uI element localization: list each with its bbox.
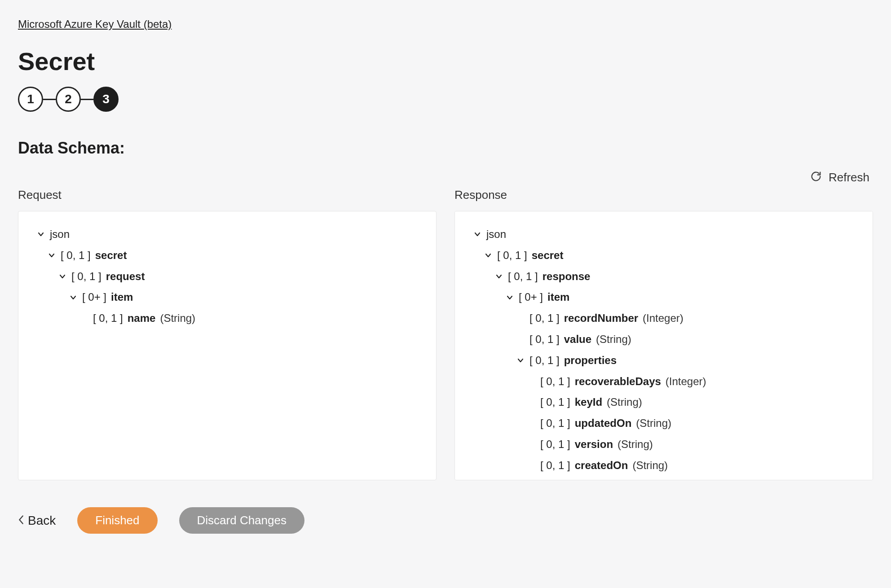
tree-node-cardinality: [ 0+ ] [82,287,106,308]
step-connector [81,99,93,100]
back-label: Back [28,513,56,528]
tree-node-type: (Integer) [643,308,684,329]
tree-node-cardinality: [ 0, 1 ] [61,245,91,266]
tree-row: [ 0, 1 ] value (String) [473,329,860,350]
request-panel: json[ 0, 1 ] secret[ 0, 1 ] request[ 0+ … [18,211,437,480]
chevron-down-icon[interactable] [516,356,525,364]
response-panel-title: Response [454,188,873,202]
tree-row: [ 0, 1 ] version (String) [473,434,860,455]
tree-node-name: recoverableDays [575,371,661,392]
tree-node-cardinality: [ 0, 1 ] [497,245,527,266]
page-title: Secret [18,47,873,76]
tree-node-cardinality: [ 0, 1 ] [93,308,123,329]
tree-node-name: version [575,434,613,455]
tree-row[interactable]: [ 0, 1 ] properties [473,350,860,371]
tree-node-type: (String) [160,308,195,329]
tree-row[interactable]: json [473,224,860,245]
tree-node-name: item [111,287,133,308]
tree-node-label: json [50,224,70,245]
tree-row[interactable]: [ 0, 1 ] secret [473,245,860,266]
chevron-down-icon[interactable] [505,294,514,302]
tree-node-cardinality: [ 0+ ] [519,287,543,308]
tree-node-name: createdOn [575,455,628,476]
finished-button[interactable]: Finished [77,507,157,534]
tree-row: [ 0, 1 ] name (String) [36,308,423,329]
tree-row: [ 0, 1 ] recoverableDays (Integer) [473,371,860,392]
tree-node-cardinality: [ 0, 1 ] [529,308,560,329]
tree-node-name: updatedOn [575,413,632,434]
tree-node-name: properties [564,350,617,371]
tree-node-cardinality: [ 0, 1 ] [71,266,101,287]
tree-row: [ 0, 1 ] recordNumber (Integer) [473,308,860,329]
section-title: Data Schema: [18,139,873,158]
chevron-down-icon[interactable] [36,230,45,238]
tree-node-cardinality: [ 0, 1 ] [540,455,570,476]
discard-changes-button[interactable]: Discard Changes [179,507,304,534]
step-2[interactable]: 2 [56,87,81,112]
tree-node-type: (String) [618,434,653,455]
step-3[interactable]: 3 [93,87,119,112]
tree-node-type: (String) [596,329,631,350]
tree-node-cardinality: [ 0, 1 ] [529,350,560,371]
tree-node-cardinality: [ 0, 1 ] [529,329,560,350]
chevron-down-icon[interactable] [47,251,56,259]
tree-node-cardinality: [ 0, 1 ] [540,413,570,434]
back-button[interactable]: Back [18,513,56,528]
tree-node-cardinality: [ 0, 1 ] [508,266,538,287]
request-panel-title: Request [18,188,437,202]
chevron-left-icon [18,513,24,528]
chevron-down-icon[interactable] [58,272,67,281]
chevron-down-icon[interactable] [494,272,503,281]
tree-node-label: json [486,224,506,245]
tree-node-name: request [106,266,145,287]
tree-row[interactable]: [ 0, 1 ] request [36,266,423,287]
tree-node-name: keyId [575,392,602,413]
tree-node-name: item [547,287,569,308]
tree-node-cardinality: [ 0, 1 ] [540,434,570,455]
tree-row[interactable]: [ 0+ ] item [36,287,423,308]
response-panel: json[ 0, 1 ] secret[ 0, 1 ] response[ 0+… [454,211,873,480]
breadcrumb[interactable]: Microsoft Azure Key Vault (beta) [18,18,172,31]
tree-row[interactable]: [ 0, 1 ] secret [36,245,423,266]
refresh-label: Refresh [829,171,869,184]
chevron-down-icon[interactable] [69,294,78,302]
refresh-icon [810,170,822,184]
tree-node-type: (Integer) [666,371,706,392]
chevron-down-icon[interactable] [484,251,493,259]
tree-row[interactable]: json [36,224,423,245]
tree-node-name: name [128,308,156,329]
tree-node-type: (String) [632,455,668,476]
tree-row[interactable]: [ 0, 1 ] response [473,266,860,287]
tree-node-type: (String) [607,392,642,413]
tree-node-name: value [564,329,591,350]
step-connector [43,99,56,100]
tree-node-name: secret [95,245,127,266]
chevron-down-icon[interactable] [473,230,482,238]
stepper: 123 [18,87,873,112]
tree-node-cardinality: [ 0, 1 ] [540,392,570,413]
tree-row: [ 0, 1 ] keyId (String) [473,392,860,413]
tree-node-cardinality: [ 0, 1 ] [540,371,570,392]
tree-node-name: secret [532,245,564,266]
tree-node-name: response [543,266,591,287]
tree-row: [ 0, 1 ] updatedOn (String) [473,413,860,434]
refresh-button[interactable]: Refresh [18,170,873,184]
tree-row[interactable]: [ 0+ ] item [473,287,860,308]
tree-row: [ 0, 1 ] createdOn (String) [473,455,860,476]
step-1[interactable]: 1 [18,87,43,112]
tree-node-type: (String) [636,413,671,434]
tree-node-name: recordNumber [564,308,638,329]
